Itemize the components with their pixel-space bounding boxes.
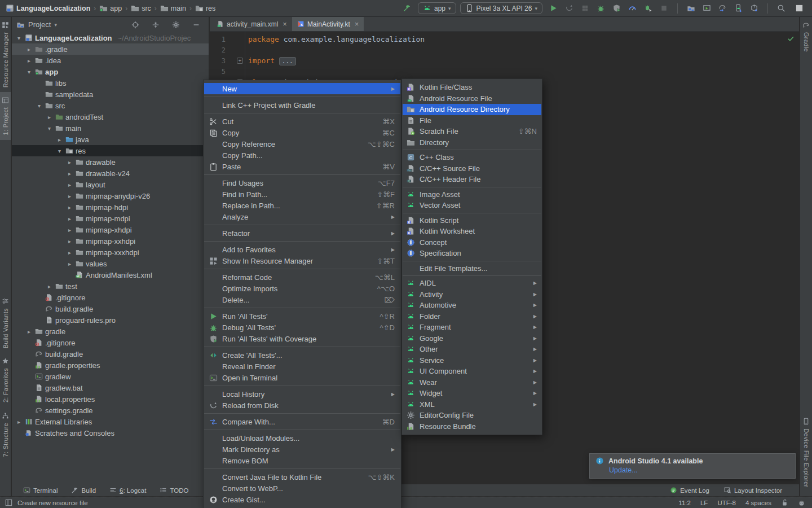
menu-item-concept[interactable]: Concept (403, 237, 541, 248)
tree-item-scratches-and-consoles[interactable]: Scratches and Consoles (12, 427, 209, 439)
menu-item-paste[interactable]: Paste⌘V (204, 161, 400, 172)
tree-item-gradle[interactable]: ▸gradle (12, 326, 209, 337)
expand-arrow-icon[interactable]: ▸ (66, 261, 73, 267)
collapse-arrow-icon[interactable]: ▾ (46, 125, 53, 132)
close-tab-icon[interactable]: × (355, 20, 359, 28)
menu-item-image-asset[interactable]: Image Asset (403, 189, 541, 200)
expand-arrow-icon[interactable]: ▸ (25, 46, 33, 52)
menu-item-xml[interactable]: XML▶ (403, 399, 541, 410)
sdk-manager-button[interactable] (731, 2, 745, 15)
menu-item-load-unload-modules[interactable]: Load/Unload Modules... (204, 432, 400, 444)
tree-item-build-gradle[interactable]: build.gradle (12, 303, 209, 314)
menu-item-run-all-tests[interactable]: Run 'All Tests'^⇧R (204, 310, 400, 322)
tree-item-sampledata[interactable]: sampledata (12, 89, 209, 100)
tree-item-gradle-properties[interactable]: gradle.properties (12, 360, 209, 371)
menu-item-directory[interactable]: Directory (403, 137, 541, 148)
tool-stripe-build-variants[interactable]: Build Variants (0, 293, 11, 353)
breadcrumb-main[interactable]: main (160, 4, 186, 12)
device-manager-button[interactable] (700, 2, 714, 15)
menu-item-vector-asset[interactable]: Vector Asset (403, 200, 541, 211)
breadcrumb-languagelocalization[interactable]: LanguageLocalization (6, 4, 90, 12)
debug-button[interactable] (594, 2, 608, 15)
menu-item-analyze[interactable]: Analyze▶ (204, 211, 400, 222)
tree-item-mipmap-xxxhdpi[interactable]: ▸mipmap-xxxhdpi (12, 247, 209, 258)
menu-item-widget[interactable]: Widget▶ (403, 388, 541, 399)
tool-stripe-device-file-explorer[interactable]: Device File Explorer (800, 413, 812, 492)
inspections-ok-icon[interactable] (787, 35, 795, 42)
run-with-coverage-button[interactable] (610, 2, 624, 15)
tree-item-settings-gradle[interactable]: settings.gradle (12, 405, 209, 416)
tree-item-java[interactable]: ▸java (12, 134, 209, 145)
menu-item-convert-java-file-to-kotlin-file[interactable]: Convert Java File to Kotlin File⌥⇧⌘K (204, 471, 400, 483)
tool-window-button-layout-inspector[interactable]: Layout Inspector (724, 487, 782, 494)
tree-item-external-libraries[interactable]: ▸External Libraries (12, 416, 209, 427)
menu-item-resource-bundle[interactable]: Resource Bundle (403, 421, 541, 432)
menu-item-android-resource-directory[interactable]: Android Resource Directory (403, 104, 541, 115)
collapse-arrow-icon[interactable]: ▾ (36, 103, 43, 109)
expand-arrow-icon[interactable]: ▸ (25, 58, 33, 64)
menu-item-folder[interactable]: Folder▶ (403, 311, 541, 322)
menu-item-run-all-tests-with-coverage[interactable]: Run 'All Tests' with Coverage (204, 333, 400, 344)
menu-item-create-all-tests[interactable]: Create 'All Tests'... (204, 349, 400, 361)
menu-item-replace-in-path[interactable]: Replace in Path...⇧⌘R (204, 200, 400, 211)
lock-open-icon[interactable] (781, 499, 788, 506)
tool-window-button-6-logcat[interactable]: 6: Logcat (109, 487, 146, 494)
tree-item-layout[interactable]: ▸layout (12, 179, 209, 190)
menu-item-specification[interactable]: Specification (403, 248, 541, 259)
menu-item-find-in-path[interactable]: Find in Path...⇧⌘F (204, 189, 400, 200)
expand-arrow-icon[interactable]: ▸ (66, 227, 73, 233)
menu-item-wear[interactable]: Wear▶ (403, 377, 541, 388)
project-structure-button[interactable] (684, 2, 698, 15)
menu-item-edit-file-templates[interactable]: Edit File Templates... (403, 263, 541, 274)
expand-arrow-icon[interactable]: ▸ (46, 283, 53, 290)
expand-arrow-icon[interactable]: ▸ (15, 419, 23, 425)
menu-item-activity[interactable]: Activity▶ (403, 289, 541, 300)
highlighting-level-icon[interactable] (798, 499, 805, 506)
status-widget-lf[interactable]: LF (700, 500, 708, 506)
tree-item-languagelocalization[interactable]: ▾LanguageLocalization~/AndroidStudioProj… (12, 32, 209, 43)
menu-item-add-to-favorites[interactable]: Add to Favorites▶ (204, 244, 400, 255)
menu-item-copy[interactable]: Copy⌘C (204, 127, 400, 138)
menu-item-kotlin-script[interactable]: KKotlin Script (403, 215, 541, 226)
menu-item-create-gist[interactable]: Create Gist... (204, 494, 400, 505)
menu-item-local-history[interactable]: Local History▶ (204, 388, 400, 400)
menu-item-convert-to-webp[interactable]: Convert to WebP... (204, 483, 400, 494)
menu-item-ui-component[interactable]: UI Component▶ (403, 366, 541, 377)
expand-arrow-icon[interactable]: ▸ (66, 204, 73, 211)
tree-item-libs[interactable]: libs (12, 77, 209, 89)
expand-arrow-icon[interactable]: ▸ (66, 182, 73, 188)
menu-item-automotive[interactable]: Automotive▶ (403, 300, 541, 311)
tree-item-src[interactable]: ▾src (12, 100, 209, 111)
tree-item-local-properties[interactable]: local.properties (12, 393, 209, 405)
menu-item-mark-directory-as[interactable]: Mark Directory as▶ (204, 444, 400, 455)
expand-arrow-icon[interactable]: ▸ (66, 249, 73, 256)
status-widget-4-spaces[interactable]: 4 spaces (745, 500, 771, 506)
apply-code-changes-button[interactable] (578, 2, 592, 15)
expand-arrow-icon[interactable]: ▸ (66, 159, 73, 165)
collapse-arrow-icon[interactable]: ▾ (25, 69, 33, 75)
tree-item-mipmap-xxhdpi[interactable]: ▸mipmap-xxhdpi (12, 235, 209, 247)
menu-item-optimize-imports[interactable]: Optimize Imports^⌥O (204, 283, 400, 294)
menu-item-kotlin-worksheet[interactable]: KKotlin Worksheet (403, 226, 541, 237)
menu-item-copy-reference[interactable]: Copy Reference⌥⇧⌘C (204, 138, 400, 150)
tool-window-button-event-log[interactable]: Event Log (670, 487, 709, 494)
tree-item-gradle[interactable]: ▸.gradle (12, 43, 209, 55)
tree-item-androidmanifest-xml[interactable]: MFAndroidManifest.xml (12, 269, 209, 281)
menu-item-reload-from-disk[interactable]: Reload from Disk (204, 400, 400, 411)
locate-file-button[interactable] (128, 19, 142, 31)
menu-item-new[interactable]: New▶ (204, 83, 400, 94)
attach-debugger-button[interactable] (641, 2, 655, 15)
menu-item-link-c-project-with-gradle[interactable]: Link C++ Project with Gradle (204, 99, 400, 111)
fold-marker[interactable]: + (237, 58, 243, 64)
profiler-button[interactable] (625, 2, 639, 15)
resource-download-button[interactable] (747, 2, 761, 15)
menu-item-remove-bom[interactable]: Remove BOM (204, 455, 400, 466)
menu-item-refactor[interactable]: Refactor▶ (204, 227, 400, 239)
tree-item-mipmap-anydpi-v26[interactable]: ▸mipmap-anydpi-v26 (12, 190, 209, 202)
tree-item-res[interactable]: ▾res (12, 145, 209, 156)
collapse-all-button[interactable] (148, 19, 162, 31)
menu-item-show-in-resource-manager[interactable]: Show In Resource Manager⇧⌘T (204, 255, 400, 266)
panel-settings-button[interactable] (169, 19, 183, 31)
assistant-panel-button[interactable] (792, 2, 806, 15)
breadcrumb-app[interactable]: app (99, 4, 122, 12)
